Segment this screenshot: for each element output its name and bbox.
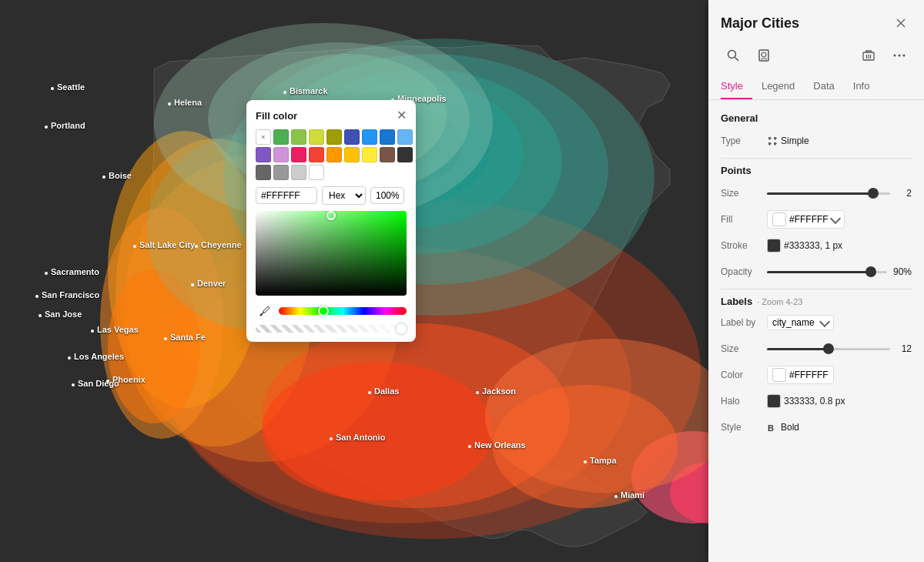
eyedropper-button[interactable] [256, 302, 274, 320]
tab-data[interactable]: Data [813, 74, 843, 99]
swatch-green[interactable] [273, 129, 289, 145]
stroke-label: Stroke [721, 240, 767, 251]
swatch-darkblue[interactable] [380, 129, 395, 145]
svg-point-40 [903, 55, 906, 57]
svg-line-28 [735, 58, 739, 62]
size-label: Size [721, 188, 767, 199]
side-panel: Major Cities Style Legend Data Info Gene… [708, 0, 924, 562]
swatch-indigo[interactable] [344, 129, 360, 145]
labels-section-title: Labels [721, 296, 752, 307]
tab-legend[interactable]: Legend [762, 74, 804, 99]
swatch-lightgray[interactable] [291, 165, 306, 180]
stroke-color-swatch [767, 239, 781, 253]
hue-slider[interactable] [279, 307, 407, 315]
color-cursor [326, 211, 336, 220]
divider-2 [721, 289, 912, 289]
opacity-value: 90% [893, 266, 912, 277]
fill-row: Fill #FFFFFF [721, 210, 912, 229]
swatch-pink[interactable] [291, 147, 306, 162]
hue-slider-row [256, 302, 407, 320]
size-slider[interactable] [767, 192, 890, 195]
general-section-title: General [721, 112, 912, 124]
halo-label: Halo [721, 396, 767, 406]
opacity-input[interactable] [370, 187, 404, 204]
label-by-label: Label by [721, 317, 767, 328]
panel-content: General Type Simple Points Size 2 Fill #… [708, 100, 924, 562]
label-by-select[interactable]: city_name [767, 315, 834, 330]
label-size-slider-row: 12 [767, 343, 912, 354]
swatch-darkgray[interactable] [397, 147, 413, 162]
label-by-chevron-icon [819, 316, 830, 326]
swatch-white[interactable] [309, 165, 324, 180]
swatch-medgray[interactable] [273, 165, 289, 180]
bookmark-tool-icon[interactable] [752, 43, 776, 68]
gradient-background [256, 211, 407, 296]
opacity-slider-row: 90% [767, 266, 912, 277]
label-color-label: Color [721, 370, 767, 380]
swatch-amber[interactable] [344, 147, 360, 162]
swatch-lightblue[interactable] [397, 129, 413, 145]
label-color-swatch [772, 368, 786, 382]
type-value: Simple [767, 135, 809, 146]
opacity-range-slider[interactable] [256, 325, 407, 333]
label-color-row: Color #FFFFFF [721, 366, 912, 384]
divider-1 [721, 158, 912, 159]
close-button[interactable] [890, 12, 912, 34]
label-by-value: city_name [772, 317, 815, 328]
delete-tool-icon[interactable] [856, 43, 881, 68]
hex-input[interactable] [256, 187, 317, 204]
svg-point-11 [493, 385, 678, 508]
bold-icon: B [767, 422, 778, 433]
zoom-badge: · Zoom 4-23 [757, 297, 802, 306]
swatch-purple[interactable] [256, 147, 271, 162]
swatch-gray[interactable] [256, 165, 271, 180]
label-color-value: #FFFFFF [789, 370, 829, 380]
swatch-brown[interactable] [380, 147, 395, 162]
tab-style[interactable]: Style [721, 74, 752, 99]
color-picker-popup: Fill color ✕ × Hex RGB HSL [246, 100, 416, 342]
stroke-row: Stroke #333333, 1 px [721, 236, 912, 255]
swatch-lightgreen[interactable] [291, 129, 306, 145]
color-picker-title: Fill color [256, 110, 297, 122]
size-row: Size 2 [721, 184, 912, 202]
stroke-preview[interactable]: #333333, 1 px [767, 239, 842, 253]
swatch-lime[interactable] [309, 129, 324, 145]
fill-color-swatch [772, 212, 786, 226]
swatch-none[interactable]: × [256, 129, 271, 145]
label-size-slider[interactable] [767, 348, 890, 350]
fill-label: Fill [721, 214, 767, 225]
label-size-label: Size [721, 343, 767, 354]
panel-tools [708, 40, 924, 74]
swatch-yellow[interactable] [362, 147, 377, 162]
color-picker-close-button[interactable]: ✕ [397, 109, 407, 122]
panel-tabs: Style Legend Data Info [708, 74, 924, 100]
label-by-row: Label by city_name [721, 313, 912, 332]
fill-color-button[interactable]: #FFFFFF [767, 210, 845, 229]
halo-preview[interactable]: 333333, 0.8 px [767, 394, 845, 408]
svg-point-39 [899, 55, 901, 57]
swatch-orange[interactable] [326, 147, 342, 162]
search-tool-icon[interactable] [721, 43, 745, 68]
simple-dots-icon [767, 135, 778, 146]
fill-chevron-icon [830, 212, 841, 223]
swatch-lavender[interactable] [273, 147, 289, 162]
tab-info[interactable]: Info [853, 74, 879, 99]
color-picker-header: Fill color ✕ [256, 109, 407, 122]
opacity-row: Opacity 90% [721, 263, 912, 281]
fill-color-value: #FFFFFF [789, 214, 829, 225]
swatch-red[interactable] [309, 147, 324, 162]
color-gradient-area[interactable] [256, 211, 407, 296]
panel-header: Major Cities [708, 0, 924, 40]
points-section-title: Points [721, 165, 912, 176]
label-color-button[interactable]: #FFFFFF [767, 366, 834, 384]
svg-rect-29 [759, 50, 768, 61]
svg-point-9 [262, 362, 493, 500]
opacity-slider[interactable] [767, 271, 887, 273]
swatch-blue[interactable] [362, 129, 377, 145]
label-size-value: 12 [896, 343, 912, 354]
label-style-value: B Bold [767, 422, 799, 433]
swatch-olive[interactable] [326, 129, 342, 145]
more-tool-icon[interactable] [887, 43, 912, 68]
format-select[interactable]: Hex RGB HSL [322, 186, 366, 205]
svg-text:B: B [768, 423, 774, 432]
